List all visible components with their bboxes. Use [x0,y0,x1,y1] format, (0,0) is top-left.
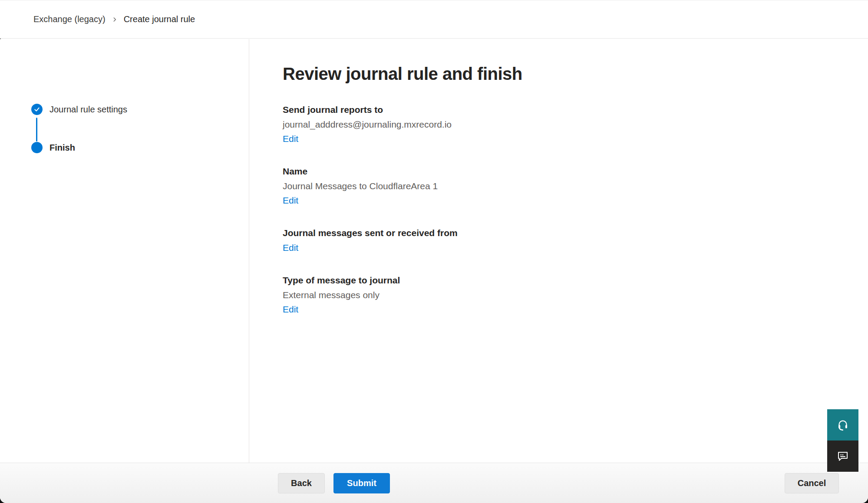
top-bar: Exchange (legacy) Create journal rule [0,0,868,39]
breadcrumb-create-journal-rule: Create journal rule [124,14,195,24]
wizard-steps-sidebar: Journal rule settings Finish [0,39,249,463]
back-button[interactable]: Back [278,473,325,493]
filled-dot-icon [31,142,43,153]
edit-send-journal-reports-link[interactable]: Edit [283,133,298,145]
wizard-step-journal-rule-settings[interactable]: Journal rule settings [31,104,127,115]
field-value: External messages only [283,289,842,301]
edit-name-link[interactable]: Edit [283,194,298,207]
chevron-right-icon [112,16,118,23]
create-journal-rule-wizard: Exchange (legacy) Create journal rule Jo… [0,0,868,503]
headset-icon [836,418,849,431]
edit-type-of-message-link[interactable]: Edit [283,303,298,316]
field-label: Journal messages sent or received from [283,227,842,239]
wizard-step-label: Journal rule settings [50,105,127,115]
submit-button[interactable]: Submit [333,473,390,493]
cancel-button[interactable]: Cancel [785,473,839,493]
edit-journal-messages-link[interactable]: Edit [283,242,298,254]
footer-action-bar: Back Submit Cancel [0,463,868,503]
page-title: Review journal rule and finish [283,64,842,84]
help-button[interactable] [827,409,858,441]
breadcrumb-exchange-legacy[interactable]: Exchange (legacy) [33,14,106,24]
field-label: Name [283,165,842,178]
field-label: Type of message to journal [283,274,842,286]
wizard-step-label: Finish [50,143,75,153]
wizard-step-connector [36,118,37,141]
wizard-step-finish[interactable]: Finish [31,142,75,153]
chat-icon [836,450,849,463]
field-label: Send journal reports to [283,104,842,116]
field-name: Name Journal Messages to CloudflareArea … [283,165,842,207]
check-icon [31,104,43,115]
field-value: journal_adddress@journaling.mxrecord.io [283,118,842,131]
breadcrumb: Exchange (legacy) Create journal rule [33,14,195,24]
feedback-button[interactable] [827,441,858,472]
field-value: Journal Messages to CloudflareArea 1 [283,180,842,192]
field-journal-messages-sent-or-received: Journal messages sent or received from E… [283,227,842,254]
field-type-of-message: Type of message to journal External mess… [283,274,842,316]
review-panel: Review journal rule and finish Send jour… [250,39,868,463]
field-send-journal-reports-to: Send journal reports to journal_adddress… [283,104,842,145]
